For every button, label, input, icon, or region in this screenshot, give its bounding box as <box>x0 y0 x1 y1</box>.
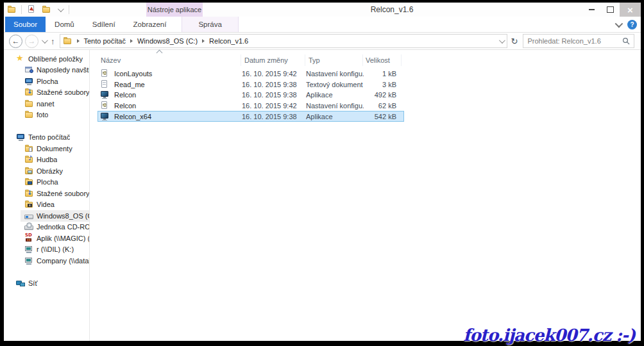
sidebar-item-sta-en-soubory[interactable]: Stažené soubory <box>4 188 89 199</box>
file-list: IconLayouts16. 10. 2015 9:42Nastavení ko… <box>97 69 641 122</box>
file-date-cell: 16. 10. 2015 9:38 <box>242 91 306 99</box>
table-row[interactable]: IconLayouts16. 10. 2015 9:42Nastavení ko… <box>97 69 404 79</box>
table-row[interactable]: Relcon_x6416. 10. 2015 9:38Aplikace542 k… <box>97 111 404 122</box>
tab-soubor[interactable]: Soubor <box>5 17 46 32</box>
application-icon <box>100 90 110 99</box>
navigation-pane: Oblíbené položkyNaposledy navštíverPloch… <box>4 50 90 341</box>
tab-zobrazen[interactable]: Zobrazení <box>124 17 176 32</box>
photo-watermark: foto.ijacek007.cz :-) <box>463 325 635 345</box>
sidebar-item-r-dil-k[interactable]: r (\\DIL) (K:) <box>4 244 89 256</box>
folder-icon <box>24 99 34 108</box>
maximize-button[interactable] <box>601 3 620 17</box>
file-type-cell: Nastavení konfigu... <box>306 102 364 110</box>
help-icon[interactable] <box>627 20 637 29</box>
tab-spr-va[interactable]: Správa <box>182 17 238 32</box>
sidebar-item-label: Videa <box>37 201 55 208</box>
close-button[interactable] <box>620 3 641 17</box>
sidebar-item-label: Stažené soubory <box>37 190 89 197</box>
sidebar-item-label: Aplik (\\MAGIC) (G:) <box>37 235 89 242</box>
file-type-cell: Aplikace <box>306 113 364 120</box>
sidebar-item-jednotka-cd-rom[interactable]: Jednotka CD-ROM ( <box>4 222 89 233</box>
file-date-cell: 16. 10. 2015 9:38 <box>242 81 306 88</box>
new-folder-button[interactable] <box>40 4 53 15</box>
address-dropdown-chevron-icon[interactable] <box>498 37 505 44</box>
contextual-tab-group-label: Nástroje aplikace <box>146 3 203 17</box>
forward-button[interactable]: → <box>25 35 38 48</box>
sidebar-item-windows8-os-c[interactable]: Windows8_OS (C:) <box>4 210 89 222</box>
tab-sd-len[interactable]: Sdílení <box>83 17 124 32</box>
table-row[interactable]: Relcon16. 10. 2015 9:38Aplikace492 kB <box>97 90 404 101</box>
os-drive-icon <box>24 211 34 220</box>
sidebar-item-naposledy-nav-t-ver[interactable]: Naposledy navštíver <box>4 65 89 76</box>
search-box[interactable] <box>523 34 634 48</box>
downloads-icon <box>24 189 34 198</box>
file-name-cell: Read_me <box>98 80 242 89</box>
explorer-button[interactable] <box>5 4 18 15</box>
search-input[interactable] <box>523 37 618 45</box>
table-row[interactable]: Read_me16. 10. 2015 9:38Textový dokument… <box>97 79 404 90</box>
sidebar-item-label: r (\\DIL) (K:) <box>37 245 74 253</box>
sidebar-item-label: foto <box>37 111 48 119</box>
explorer-icon <box>7 5 17 14</box>
column-header-typ[interactable]: Typ <box>305 54 363 66</box>
folder-icon <box>24 110 34 119</box>
sidebar-item-videa[interactable]: Videa <box>4 199 89 211</box>
recent-locations-chevron-icon[interactable] <box>42 37 48 44</box>
config-file-icon <box>100 69 110 78</box>
documents-icon <box>24 144 34 153</box>
computer-icon <box>16 133 26 142</box>
sidebar-item-label: Plocha <box>37 178 58 186</box>
network-icon <box>16 279 26 288</box>
column-header-datum-zm-ny[interactable]: Datum změny <box>241 54 305 66</box>
address-bar[interactable]: Tento počítačWindows8_OS (C:)Relcon_v1.6 <box>60 34 507 48</box>
sidebar-section-tento-po-ta[interactable]: Tento počítač <box>4 132 89 144</box>
new-folder-icon <box>42 5 51 14</box>
sidebar-section-label: Síť <box>28 279 38 287</box>
file-type-cell: Textový dokument <box>306 81 364 88</box>
file-list-pane: NázevDatum změnyTypVelikost IconLayouts1… <box>90 50 641 341</box>
explorer-window: Nástroje aplikace Relcon_v1.6 Soubor Dom… <box>4 3 641 341</box>
sidebar-item-nanet[interactable]: nanet <box>4 98 89 110</box>
sidebar-section-s[interactable]: Síť <box>4 277 89 289</box>
sidebar-item-hudba[interactable]: Hudba <box>4 154 89 166</box>
sidebar-item-obr-zky[interactable]: Obrázky <box>4 165 89 177</box>
sidebar-item-plocha[interactable]: Plocha <box>4 76 89 87</box>
file-size-cell: 3 kB <box>364 81 400 88</box>
sidebar-item-label: Jednotka CD-ROM ( <box>37 223 89 231</box>
back-button[interactable]: ← <box>9 35 22 48</box>
tab-dom[interactable]: Domů <box>46 17 83 32</box>
breadcrumb-tento-po-ta[interactable]: Tento počítač <box>84 37 126 45</box>
breadcrumb-relcon-v1-6[interactable]: Relcon_v1.6 <box>209 37 248 45</box>
refresh-button[interactable]: ↻ <box>511 37 518 46</box>
table-row[interactable]: Relcon16. 10. 2015 9:42Nastavení konfigu… <box>97 101 404 111</box>
file-date-cell: 16. 10. 2015 9:42 <box>242 70 306 78</box>
up-button[interactable]: ↑ <box>51 37 55 46</box>
file-name: Relcon_x64 <box>114 113 151 120</box>
file-date-cell: 16. 10. 2015 9:42 <box>242 102 306 110</box>
sidebar-item-foto[interactable]: foto <box>4 110 89 121</box>
toolbar-separator <box>21 5 22 14</box>
sidebar-item-sta-en-soubory[interactable]: Stažené soubory <box>4 87 89 99</box>
sidebar-item-dokumenty[interactable]: Dokumenty <box>4 143 89 154</box>
sidebar-section-label: Oblíbené položky <box>28 55 83 63</box>
file-name: IconLayouts <box>114 70 152 78</box>
properties-button[interactable] <box>25 4 38 15</box>
file-name: Read_me <box>114 81 145 88</box>
sidebar-section-obl-ben-polo-ky[interactable]: Oblíbené položky <box>4 53 89 65</box>
breadcrumb-separator-icon <box>77 39 80 43</box>
sidebar-item-aplik-magic-g[interactable]: Aplik (\\MAGIC) (G:) <box>4 233 89 244</box>
column-header-n-zev[interactable]: Název <box>97 54 241 66</box>
breadcrumb-windows8-os-c[interactable]: Windows8_OS (C:) <box>137 37 198 45</box>
star-icon <box>16 54 26 63</box>
sidebar-item-label: Hudba <box>37 156 57 163</box>
ribbon-tab-bar: Soubor DomůSdíleníZobrazeníSpráva <box>4 17 641 33</box>
sidebar-item-plocha[interactable]: Plocha <box>4 177 89 188</box>
qat-customize-chevron-icon[interactable] <box>58 6 64 12</box>
downloads-icon <box>24 88 34 97</box>
sidebar-item-company-dataint[interactable]: Company (\\dataint <box>4 255 89 267</box>
sd-card-icon <box>24 234 34 243</box>
minimize-button[interactable] <box>582 3 601 17</box>
file-name-cell: Relcon <box>98 90 242 99</box>
expand-ribbon-icon[interactable] <box>615 19 623 28</box>
column-header-velikost[interactable]: Velikost <box>363 54 402 66</box>
